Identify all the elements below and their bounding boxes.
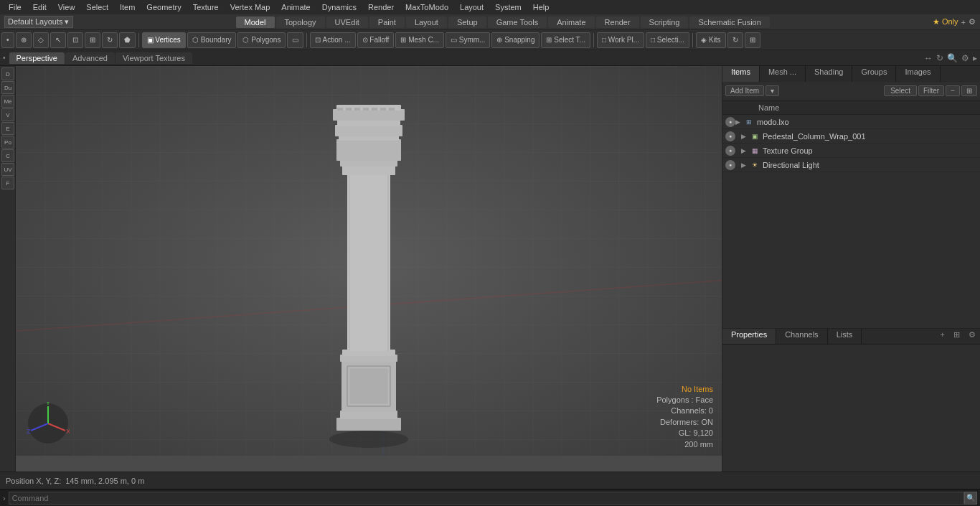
tab-setup[interactable]: Setup xyxy=(448,17,486,28)
rp-tab-shading[interactable]: Shading xyxy=(806,66,852,82)
tool-kits[interactable]: ◈ Kits xyxy=(696,32,725,48)
menu-render[interactable]: Render xyxy=(362,1,400,13)
rp-tab-groups[interactable]: Groups xyxy=(852,66,896,82)
menu-vertex-map[interactable]: Vertex Map xyxy=(225,1,276,13)
tool-falloff[interactable]: ⊙ Falloff xyxy=(357,32,395,48)
tool-dot[interactable]: • xyxy=(1,32,14,48)
items-minus-button[interactable]: − xyxy=(946,85,960,96)
items-expand-button[interactable]: ⊞ xyxy=(961,85,977,96)
items-select-button[interactable]: Select xyxy=(884,85,917,96)
tool-hex[interactable]: ⬟ xyxy=(119,32,136,48)
sidebar-btn-3[interactable]: Me xyxy=(1,95,14,108)
tool-vertices[interactable]: ▣ ▣ VerticesVertices xyxy=(142,32,186,48)
expand-texture[interactable]: ▶ xyxy=(741,147,748,154)
tab-animate[interactable]: Animate xyxy=(548,17,594,28)
prop-settings-icon[interactable]: ⚙ xyxy=(964,329,980,344)
viewport[interactable]: X Y Z No Items Polygons : Face Channels:… xyxy=(16,66,722,472)
tool-symmetry[interactable]: ▭ Symm... xyxy=(446,32,490,48)
expand-root[interactable]: ▶ xyxy=(735,118,743,126)
tool-snapping[interactable]: ⊕ Snapping xyxy=(491,32,540,48)
sidebar-btn-6[interactable]: Po xyxy=(1,136,14,149)
command-arrow[interactable]: › xyxy=(3,494,6,502)
add-item-dropdown[interactable]: ▾ xyxy=(765,85,779,96)
vp-textures-tab[interactable]: Viewport Textures xyxy=(116,52,192,64)
expand-light[interactable]: ▶ xyxy=(741,161,748,169)
tool-action[interactable]: ⊡ Action ... xyxy=(310,32,355,48)
menu-texture[interactable]: Texture xyxy=(187,1,225,13)
menu-help[interactable]: Help xyxy=(527,1,555,13)
tab-paint[interactable]: Paint xyxy=(369,17,405,28)
vp-zoom-icon[interactable]: 🔍 xyxy=(947,53,958,63)
eye-icon-root[interactable]: ● xyxy=(725,117,735,127)
layout-dropdown[interactable]: Default Layouts ▾ xyxy=(4,16,73,28)
item-row-pedestal[interactable]: ● ▶ ▣ Pedestal_Column_Wrap_001 xyxy=(722,129,980,144)
add-item-button[interactable]: Add Item xyxy=(725,85,764,96)
rp-tab-items[interactable]: Items xyxy=(722,66,760,82)
viewport-canvas[interactable]: X Y Z No Items Polygons : Face Channels:… xyxy=(16,66,722,456)
item-row-root[interactable]: ● ▶ ⊞ modo.lxo xyxy=(722,115,980,129)
tool-polygons[interactable]: ⬡ Polygons xyxy=(237,32,286,48)
tool-diamond[interactable]: ◇ xyxy=(33,32,49,48)
menu-geometry[interactable]: Geometry xyxy=(141,1,187,13)
tool-boundary[interactable]: ⬡ Boundary xyxy=(187,32,237,48)
vp-expand-icon[interactable]: ↔ xyxy=(924,53,933,63)
layout-settings-icon[interactable]: ⚙ xyxy=(969,17,976,27)
vp-more-icon[interactable]: ▸ xyxy=(973,53,977,63)
tool-rect[interactable]: ⊡ xyxy=(67,32,83,48)
menu-edit[interactable]: Edit xyxy=(27,1,52,13)
prop-expand-icon[interactable]: ⊞ xyxy=(949,329,964,344)
menu-dynamics[interactable]: Dynamics xyxy=(316,1,362,13)
eye-icon-texture[interactable]: ● xyxy=(725,146,735,156)
menu-system[interactable]: System xyxy=(489,1,527,13)
sidebar-btn-4[interactable]: V xyxy=(1,108,14,121)
menu-select[interactable]: Select xyxy=(80,1,114,13)
sidebar-btn-9[interactable]: F xyxy=(1,177,14,189)
vp-advanced-tab[interactable]: Advanced xyxy=(65,52,115,64)
tab-render[interactable]: Render xyxy=(596,17,639,28)
tool-rect2[interactable]: ▭ xyxy=(287,32,303,48)
menu-animate[interactable]: Animate xyxy=(275,1,316,13)
menu-file[interactable]: File xyxy=(3,1,27,13)
vp-perspective-tab[interactable]: Perspective xyxy=(9,52,65,64)
menu-view[interactable]: View xyxy=(52,1,81,13)
layout-plus-icon[interactable]: + xyxy=(961,18,966,27)
expand-pedestal[interactable]: ▶ xyxy=(741,133,748,140)
vp-settings-icon[interactable]: ⚙ xyxy=(961,53,969,63)
tab-topology[interactable]: Topology xyxy=(276,17,325,28)
eye-icon-light[interactable]: ● xyxy=(725,160,735,170)
command-search-icon[interactable]: 🔍 xyxy=(964,492,977,505)
menu-maxtomodo[interactable]: MaxToModo xyxy=(400,1,454,13)
tool-globe[interactable]: ⊕ xyxy=(16,32,32,48)
tool-arrow[interactable]: ↖ xyxy=(50,32,66,48)
tool-rotate2[interactable]: ↻ xyxy=(727,32,743,48)
tab-uvedit[interactable]: UVEdit xyxy=(326,17,368,28)
prop-tab-properties[interactable]: Properties xyxy=(722,329,776,344)
prop-tab-channels[interactable]: Channels xyxy=(776,329,827,344)
tool-select-t[interactable]: ⊞ Select T... xyxy=(541,32,590,48)
tool-rotate[interactable]: ↻ xyxy=(102,32,118,48)
tab-schematic[interactable]: Schematic Fusion xyxy=(689,17,769,28)
sidebar-btn-8[interactable]: UV xyxy=(1,163,14,176)
tool-mesh[interactable]: ⊞ Mesh C... xyxy=(395,32,444,48)
command-input[interactable] xyxy=(9,492,964,505)
tab-scripting[interactable]: Scripting xyxy=(641,17,689,28)
tool-grid[interactable]: ⊞ xyxy=(85,32,100,48)
item-row-light[interactable]: ● ▶ ☀ Directional Light xyxy=(722,158,980,172)
sidebar-btn-7[interactable]: C xyxy=(1,149,14,162)
rp-tab-mesh[interactable]: Mesh ... xyxy=(760,66,806,82)
prop-tab-lists[interactable]: Lists xyxy=(828,329,862,344)
menu-item[interactable]: Item xyxy=(114,1,141,13)
menu-layout[interactable]: Layout xyxy=(454,1,489,13)
sidebar-btn-2[interactable]: Du xyxy=(1,81,14,94)
tab-layout[interactable]: Layout xyxy=(406,17,447,28)
sidebar-btn-5[interactable]: E xyxy=(1,122,14,135)
sidebar-btn-1[interactable]: D xyxy=(1,67,14,80)
rp-tab-images[interactable]: Images xyxy=(896,66,940,82)
prop-tab-plus[interactable]: + xyxy=(936,329,949,344)
eye-icon-pedestal[interactable]: ● xyxy=(725,131,735,141)
tool-grid2[interactable]: ⊞ xyxy=(745,32,760,48)
item-row-texture[interactable]: ● ▶ ▦ Texture Group xyxy=(722,144,980,158)
items-filter-button[interactable]: Filter xyxy=(918,85,944,96)
vp-refresh-icon[interactable]: ↻ xyxy=(936,53,943,63)
tab-game-tools[interactable]: Game Tools xyxy=(488,17,547,28)
